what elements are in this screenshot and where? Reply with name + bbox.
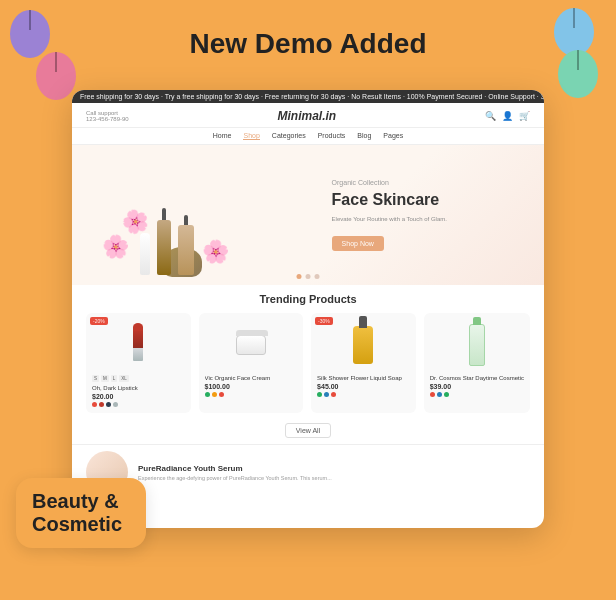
lotion-bottle-icon	[469, 324, 485, 366]
product-badge-3: -30%	[315, 317, 333, 325]
product-price-1: $20.00	[92, 393, 185, 400]
trending-title: Trending Products	[86, 293, 530, 305]
product-name-3: Silk Shower Flower Liquid Soap	[317, 375, 410, 381]
marquee-bar: Free shipping for 30 days · Try a free s…	[72, 90, 544, 103]
hero-image-area: 🌸 🌸 🌸	[72, 145, 332, 285]
color-dot	[219, 392, 224, 397]
color-dot	[113, 402, 118, 407]
lipstick-icon	[133, 329, 143, 361]
size-s: S	[92, 375, 99, 382]
color-dot	[331, 392, 336, 397]
product-name-1: Oh, Dark Lipstick	[92, 385, 185, 391]
hero-section: 🌸 🌸 🌸 Organic Collection Face Skincare E…	[72, 145, 544, 285]
balloon-teal	[558, 50, 598, 98]
view-all-button[interactable]: View All	[285, 423, 331, 438]
color-dot	[106, 402, 111, 407]
product-badge-1: -20%	[90, 317, 108, 325]
hero-title: Face Skincare	[332, 190, 530, 209]
view-all-wrap: View All	[86, 419, 530, 438]
product-name-4: Dr. Cosmos Star Daytime Cosmetic	[430, 375, 524, 381]
size-l: L	[111, 375, 118, 382]
product-card-1[interactable]: -20% S M L XL Oh, Dark Lipstick $20.00	[86, 313, 191, 413]
preview-text: PureRadiance Youth Serum Experience the …	[138, 464, 332, 481]
size-m: M	[101, 375, 109, 382]
cosmetic-tube	[140, 233, 150, 275]
store-logo: Minimal.in	[278, 109, 337, 123]
store-nav: Call support 123-456-789-90 Minimal.in 🔍…	[72, 103, 544, 128]
nav-links: Home Shop Categories Products Blog Pages	[72, 128, 544, 145]
shop-now-button[interactable]: Shop Now	[332, 236, 384, 251]
product-img-3	[317, 319, 410, 371]
hero-dots	[297, 274, 320, 279]
product-card-4[interactable]: Dr. Cosmos Star Daytime Cosmetic $39.00	[424, 313, 530, 413]
color-dot	[444, 392, 449, 397]
cosmetic-bottle-2	[178, 225, 194, 275]
color-dot	[430, 392, 435, 397]
preview-subtitle: Experience the age-defying power of Pure…	[138, 475, 332, 481]
balloon-purple	[10, 10, 50, 58]
nav-blog[interactable]: Blog	[357, 132, 371, 140]
color-dot	[205, 392, 210, 397]
product-price-2: $100.00	[205, 383, 298, 390]
flower-decoration-1: 🌸	[102, 234, 129, 260]
product-sizes-1: S M L XL	[92, 375, 185, 382]
product-img-4	[430, 319, 524, 371]
page-header-title: New Demo Added	[190, 28, 427, 60]
nav-shop[interactable]: Shop	[243, 132, 259, 140]
product-img-2	[205, 319, 298, 371]
beauty-tag-line2: Cosmetic	[32, 513, 130, 536]
search-icon[interactable]: 🔍	[485, 111, 496, 121]
product-name-2: Vic Organic Face Cream	[205, 375, 298, 381]
hero-subtitle: Elevate Your Routine with a Touch of Gla…	[332, 216, 530, 222]
product-colors-4	[430, 392, 524, 397]
hero-label: Organic Collection	[332, 179, 530, 186]
size-xl: XL	[119, 375, 129, 382]
color-dot	[317, 392, 322, 397]
nav-categories[interactable]: Categories	[272, 132, 306, 140]
nav-products[interactable]: Products	[318, 132, 346, 140]
color-dot	[324, 392, 329, 397]
products-grid: -20% S M L XL Oh, Dark Lipstick $20.00	[86, 313, 530, 413]
product-price-3: $45.00	[317, 383, 410, 390]
product-colors-1	[92, 402, 185, 407]
product-img-1	[92, 319, 185, 371]
preview-title: PureRadiance Youth Serum	[138, 464, 332, 473]
soap-dispenser-icon	[353, 326, 373, 364]
hero-content: Organic Collection Face Skincare Elevate…	[332, 163, 544, 266]
dot-1[interactable]	[297, 274, 302, 279]
cosmetic-bottle-1	[157, 220, 171, 275]
product-colors-3	[317, 392, 410, 397]
cart-icon[interactable]: 🛒	[519, 111, 530, 121]
balloon-pink	[36, 52, 76, 100]
product-card-2[interactable]: Vic Organic Face Cream $100.00	[199, 313, 304, 413]
nav-home[interactable]: Home	[213, 132, 232, 140]
color-dot	[212, 392, 217, 397]
balloon-blue	[554, 8, 594, 56]
browser-window: Free shipping for 30 days · Try a free s…	[72, 90, 544, 528]
dot-2[interactable]	[306, 274, 311, 279]
product-card-3[interactable]: -30% Silk Shower Flower Liquid Soap $45.…	[311, 313, 416, 413]
flower-decoration-3: 🌸	[202, 239, 229, 265]
store-action-icons[interactable]: 🔍 👤 🛒	[485, 111, 530, 121]
cream-jar-icon	[236, 335, 266, 355]
beauty-tag-line1: Beauty &	[32, 490, 130, 513]
color-dot	[92, 402, 97, 407]
product-colors-2	[205, 392, 298, 397]
trending-section: Trending Products -20% S M L XL Oh, Dark…	[72, 285, 544, 444]
color-dot	[99, 402, 104, 407]
beauty-cosmetic-tag: Beauty & Cosmetic	[16, 478, 146, 548]
nav-pages[interactable]: Pages	[383, 132, 403, 140]
product-price-4: $39.00	[430, 383, 524, 390]
store-support-number: 123-456-789-90	[86, 116, 129, 122]
color-dot	[437, 392, 442, 397]
user-icon[interactable]: 👤	[502, 111, 513, 121]
dot-3[interactable]	[315, 274, 320, 279]
